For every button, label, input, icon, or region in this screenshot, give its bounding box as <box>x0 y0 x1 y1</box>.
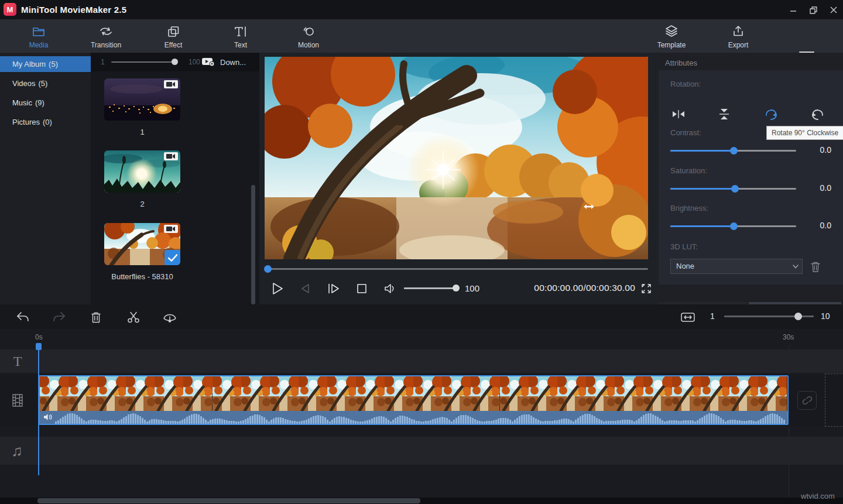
brightness-label: Brightness: <box>670 204 708 212</box>
tab-effect-label: Effect <box>165 41 182 49</box>
sidebar-item-videos[interactable]: Videos(5) <box>0 76 92 91</box>
media-scrollbar[interactable] <box>251 185 255 304</box>
minimize-button[interactable] <box>785 4 801 16</box>
tab-media-label: Media <box>29 41 49 49</box>
tab-transition[interactable]: Transition <box>80 23 132 49</box>
saturation-label: Saturation: <box>670 166 707 175</box>
export-label: Export <box>728 41 749 49</box>
next-frame-button[interactable] <box>326 281 341 296</box>
ruler-label-start: 0s <box>35 333 43 341</box>
tab-media[interactable]: Media <box>12 23 65 49</box>
timeline-zoom-handle[interactable] <box>794 313 802 320</box>
rotate-tooltip: Rotate 90° Clockwise <box>766 126 843 140</box>
contrast-label: Contrast: <box>670 128 701 137</box>
watermark: wtvid.com <box>801 492 835 500</box>
brightness-handle[interactable] <box>730 222 738 230</box>
saturation-value: 0.0 <box>820 183 831 193</box>
download-link[interactable]: Down... <box>220 58 246 67</box>
saturation-handle[interactable] <box>731 185 739 193</box>
sidebar-item-count: (5) <box>39 79 48 88</box>
music-track[interactable] <box>0 437 843 465</box>
library-sidebar: My Album(5) Videos(5) Music(9) Pictures(… <box>0 53 91 304</box>
lut-trash-icon[interactable] <box>810 260 823 273</box>
fullscreen-icon[interactable] <box>641 283 652 294</box>
media-item-butterflies[interactable] <box>104 223 180 265</box>
lut-dropdown[interactable]: None <box>670 259 803 274</box>
lut-value: None <box>676 262 694 270</box>
undo-icon[interactable] <box>15 310 30 325</box>
zoom-to-fit-icon[interactable] <box>680 310 695 325</box>
template-button[interactable]: Template <box>645 23 698 49</box>
tab-effect[interactable]: Effect <box>147 23 200 49</box>
clip-audio-waveform <box>40 411 787 424</box>
seek-handle[interactable] <box>264 265 272 273</box>
media-item-butterflies-label: Butterflies - 58310 <box>91 272 194 281</box>
sidebar-item-my-album[interactable]: My Album(5) <box>0 56 92 72</box>
capture-icon[interactable] <box>202 57 215 68</box>
rotate-counterclockwise-icon[interactable] <box>809 107 827 122</box>
contrast-value: 0.0 <box>820 145 831 155</box>
timeline-hscroll-thumb[interactable] <box>37 498 420 503</box>
seek-bar[interactable] <box>265 268 648 270</box>
media-library-panel: 1 100 Down... <box>91 53 259 304</box>
thumb-scale-handle[interactable] <box>172 59 178 65</box>
thumb-scale-slider[interactable] <box>111 61 176 63</box>
main-toolbar: Media Transition Effect Text <box>0 19 843 53</box>
lut-label: 3D LUT: <box>670 242 698 251</box>
sidebar-item-label: Music <box>12 98 32 107</box>
motion-icon <box>301 23 316 37</box>
timecode: 00:00:00.00/00:00:30.00 <box>534 283 635 293</box>
saturation-slider[interactable]: 0.0 <box>670 184 831 193</box>
volume-speaker-icon[interactable] <box>382 281 397 296</box>
restore-button[interactable] <box>805 4 821 16</box>
contrast-handle[interactable] <box>730 147 738 155</box>
flip-horizontal-icon[interactable] <box>670 107 687 122</box>
volume-value: 100 <box>465 283 479 293</box>
template-layers-icon <box>664 23 678 37</box>
contrast-slider[interactable]: 0.0 <box>670 146 831 155</box>
rotate-clockwise-icon[interactable] <box>762 107 780 122</box>
stop-button[interactable] <box>354 281 369 296</box>
video-preview[interactable] <box>265 57 648 259</box>
rotation-label: Rotation: <box>670 80 701 88</box>
clip-filmstrip <box>40 376 787 411</box>
attributes-title: Attributes <box>665 59 697 67</box>
previous-frame-button[interactable] <box>298 281 313 296</box>
video-camera-badge-icon <box>164 80 178 88</box>
media-item-2[interactable] <box>104 150 180 193</box>
redo-icon[interactable] <box>52 310 67 325</box>
split-scissors-icon[interactable] <box>126 310 141 325</box>
tab-motion-label: Motion <box>298 41 319 49</box>
media-item-1[interactable] <box>104 78 180 121</box>
tab-text-label: Text <box>234 41 247 49</box>
sidebar-item-count: (9) <box>35 98 44 107</box>
title-bar: M MiniTool MovieMaker 2.5 <box>0 0 843 19</box>
volume-handle[interactable] <box>453 284 460 292</box>
tab-motion[interactable]: Motion <box>282 23 335 49</box>
play-button[interactable] <box>270 281 285 296</box>
brightness-slider[interactable]: 0.0 <box>670 222 831 230</box>
flip-vertical-icon[interactable] <box>715 107 733 122</box>
window-title: MiniTool MovieMaker 2.5 <box>21 5 126 15</box>
sidebar-item-count: (5) <box>49 60 58 68</box>
text-track-icon: T <box>11 352 25 370</box>
playhead-line <box>38 349 39 475</box>
delete-trash-icon[interactable] <box>88 310 104 325</box>
selected-check-icon <box>165 250 180 265</box>
export-button[interactable]: Export <box>712 23 765 49</box>
sidebar-item-label: My Album <box>12 60 46 68</box>
text-track[interactable] <box>0 349 843 373</box>
link-clip-button[interactable] <box>797 391 817 410</box>
sidebar-item-pictures[interactable]: Pictures(0) <box>0 114 92 130</box>
timeline-clip[interactable] <box>39 375 789 425</box>
app-window: M MiniTool MovieMaker 2.5 Media <box>0 0 843 504</box>
volume-slider[interactable] <box>404 287 457 289</box>
close-button[interactable] <box>825 4 842 16</box>
sidebar-item-music[interactable]: Music(9) <box>0 95 92 111</box>
transition-icon <box>99 23 113 37</box>
clip-speaker-icon <box>43 413 53 424</box>
video-camera-badge-icon <box>164 152 178 160</box>
timeline: 0s 30s T <box>0 329 843 504</box>
tab-text[interactable]: Text <box>214 23 267 49</box>
speed-gauge-icon[interactable] <box>162 310 177 325</box>
